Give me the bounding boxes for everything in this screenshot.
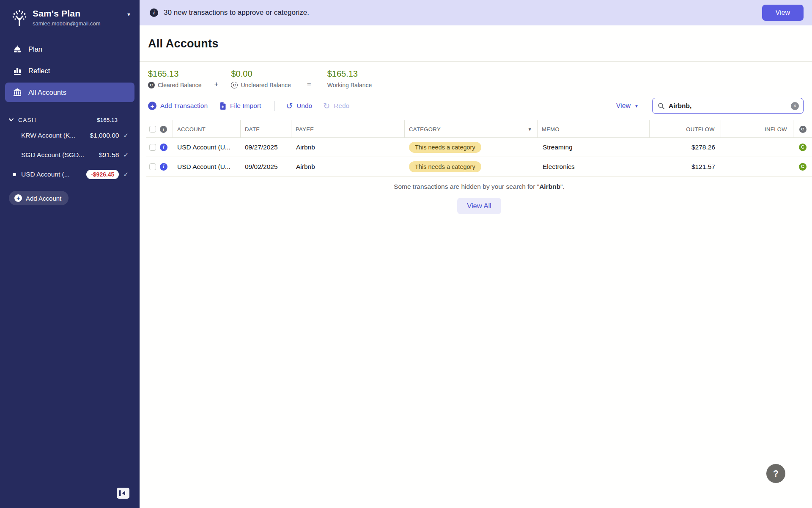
cash-group-header[interactable]: CASH $165.13 [0, 114, 140, 126]
page-header: All Accounts [140, 25, 812, 62]
sidebar-item-plan[interactable]: Plan [5, 39, 134, 59]
cell-outflow[interactable]: $278.26 [650, 144, 721, 151]
cleared-icon: C [799, 126, 807, 133]
plus-operator: + [214, 80, 219, 88]
select-all-checkbox[interactable] [149, 126, 156, 133]
toolbar-divider [274, 101, 275, 111]
help-button[interactable]: ? [766, 464, 785, 483]
view-dropdown[interactable]: View ▼ [616, 102, 639, 110]
search-box: × [652, 98, 804, 114]
sidebar-item-label: Reflect [28, 67, 50, 75]
search-input[interactable] [669, 102, 791, 110]
sidebar-account-sgd[interactable]: SGD Account (SGD... $91.58 ✓ [0, 145, 140, 165]
account-balance-negative-badge: -$926.45 [86, 170, 119, 179]
file-import-icon [219, 102, 226, 110]
add-transaction-button[interactable]: + Add Transaction [148, 102, 208, 110]
cash-group-label: CASH [18, 117, 36, 123]
notification-banner: i 30 new transactions to approve or cate… [140, 0, 812, 25]
header-select-cell: i [146, 120, 173, 138]
row-checkbox[interactable] [149, 163, 156, 170]
sidebar-item-reflect[interactable]: Reflect [5, 61, 134, 80]
redo-button[interactable]: ↻ Redo [323, 102, 349, 110]
cleared-green-icon[interactable]: C [799, 144, 807, 151]
info-icon[interactable]: i [160, 163, 167, 171]
cell-payee[interactable]: Airbnb [291, 144, 405, 151]
column-header-outflow[interactable]: OUTFLOW [650, 120, 721, 138]
redo-icon: ↻ [323, 102, 330, 110]
column-header-date[interactable]: DATE [241, 120, 291, 138]
category-header-label: CATEGORY [409, 126, 441, 133]
add-account-button[interactable]: + Add Account [9, 191, 69, 205]
plan-email: samlee.mobbin@gmail.com [33, 20, 101, 27]
column-header-memo[interactable]: MEMO [538, 120, 650, 138]
undo-button[interactable]: ↺ Undo [286, 102, 312, 110]
cleared-green-icon[interactable]: C [799, 163, 807, 171]
file-import-label: File Import [230, 102, 261, 110]
cleared-icon: C [148, 82, 155, 88]
uncleared-balance-amount: $0.00 [231, 69, 291, 79]
collapse-sidebar-button[interactable] [117, 488, 129, 499]
account-name: KRW Account (K... [21, 132, 75, 139]
note-search-term: Airbnb [539, 183, 560, 190]
working-balance-group: $165.13 Working Balance [327, 69, 372, 88]
transactions-toolbar: + Add Transaction File Import ↺ Undo ↻ R… [140, 97, 812, 120]
balance-summary: $165.13 C Cleared Balance + $0.00 C Uncl… [140, 62, 812, 97]
cleared-balance-group: $165.13 C Cleared Balance [148, 69, 202, 88]
sidebar-item-all-accounts[interactable]: All Accounts [5, 83, 134, 102]
account-balance: $91.58 [96, 151, 119, 159]
cleared-balance-amount: $165.13 [148, 69, 202, 79]
cell-memo[interactable]: Streaming [538, 144, 650, 151]
cell-payee[interactable]: Airbnb [291, 163, 405, 171]
needs-category-badge[interactable]: This needs a category [409, 142, 481, 153]
caret-down-icon: ▼ [634, 104, 639, 108]
clear-search-button[interactable]: × [791, 102, 799, 110]
account-name: SGD Account (SGD... [21, 151, 84, 159]
toolbar-right: View ▼ × [616, 98, 804, 114]
sidebar-account-usd[interactable]: USD Account (... -$926.45 ✓ [0, 165, 140, 184]
banner-view-button[interactable]: View [762, 5, 804, 21]
note-prefix: Some transactions are hidden by your sea… [394, 183, 539, 190]
column-header-category[interactable]: CATEGORY ▼ [405, 120, 538, 138]
table-row[interactable]: i USD Account (U... 09/27/2025 Airbnb Th… [146, 138, 812, 157]
column-header-payee[interactable]: PAYEE [291, 120, 405, 138]
sidebar-account-krw[interactable]: KRW Account (K... $1,000.00 ✓ [0, 126, 140, 145]
cell-memo[interactable]: Electronics [538, 163, 650, 171]
uncleared-balance-label: Uncleared Balance [241, 82, 291, 88]
working-balance-label: Working Balance [327, 82, 372, 88]
main-content: i 30 new transactions to approve or cate… [140, 0, 812, 508]
cell-account[interactable]: USD Account (U... [173, 144, 241, 151]
cell-date[interactable]: 09/27/2025 [241, 144, 291, 151]
column-header-inflow[interactable]: INFLOW [721, 120, 793, 138]
needs-category-badge[interactable]: This needs a category [409, 161, 481, 172]
column-header-account[interactable]: ACCOUNT [173, 120, 241, 138]
row-checkbox[interactable] [149, 144, 156, 151]
plan-identity: Sam's Plan samlee.mobbin@gmail.com [33, 8, 101, 27]
plan-caret-down-icon[interactable]: ▼ [126, 12, 131, 17]
sidebar: Sam's Plan samlee.mobbin@gmail.com ▼ Pla… [0, 0, 140, 508]
cell-date[interactable]: 09/02/2025 [241, 163, 291, 171]
account-name: USD Account (... [21, 171, 70, 178]
cell-outflow[interactable]: $121.57 [650, 163, 721, 171]
row-select-cell: i [146, 144, 173, 151]
column-header-cleared[interactable]: C [793, 120, 812, 138]
plan-switcher[interactable]: Sam's Plan samlee.mobbin@gmail.com ▼ [0, 0, 140, 27]
info-icon: i [150, 8, 158, 17]
collapse-sidebar-icon [119, 490, 127, 497]
plus-icon: + [148, 102, 156, 110]
view-dropdown-label: View [616, 102, 631, 110]
table-header-row: i ACCOUNT DATE PAYEE CATEGORY ▼ MEMO OUT… [146, 120, 812, 138]
info-icon[interactable]: i [160, 144, 167, 151]
check-icon: ✓ [123, 151, 129, 159]
undo-label: Undo [296, 102, 312, 110]
cell-account[interactable]: USD Account (U... [173, 163, 241, 171]
cell-cleared: C [793, 144, 812, 151]
view-all-container: View All [146, 198, 812, 214]
table-row[interactable]: i USD Account (U... 09/02/2025 Airbnb Th… [146, 157, 812, 177]
redo-label: Redo [334, 102, 349, 110]
row-select-cell: i [146, 163, 173, 171]
info-icon: i [160, 126, 167, 133]
note-suffix: ". [560, 183, 565, 190]
page-title: All Accounts [148, 37, 804, 50]
view-all-button[interactable]: View All [457, 198, 501, 214]
file-import-button[interactable]: File Import [219, 102, 261, 110]
